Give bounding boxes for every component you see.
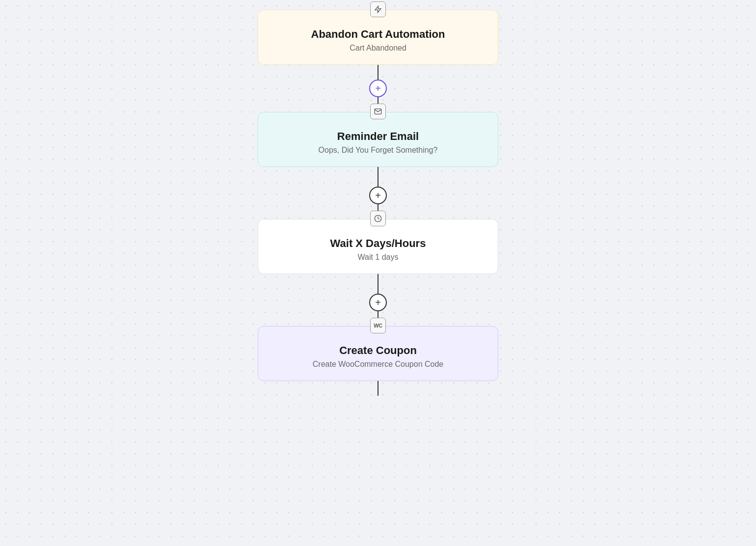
coupon-icon: WC bbox=[370, 318, 386, 333]
plus-icon-2: + bbox=[375, 191, 381, 200]
trigger-node[interactable]: Abandon Cart Automation Cart Abandoned bbox=[258, 10, 498, 65]
wait-icon bbox=[370, 211, 386, 226]
add-step-button-2[interactable]: + bbox=[369, 187, 387, 204]
add-step-button-3[interactable]: + bbox=[369, 294, 387, 311]
trigger-icon bbox=[370, 1, 386, 17]
wait-node[interactable]: Wait X Days/Hours Wait 1 days bbox=[258, 219, 498, 274]
flow-canvas: Abandon Cart Automation Cart Abandoned +… bbox=[231, 0, 525, 396]
wait-subtitle: Wait 1 days bbox=[274, 253, 482, 262]
add-step-button-1[interactable]: + bbox=[369, 80, 387, 97]
coupon-subtitle: Create WooCommerce Coupon Code bbox=[274, 360, 482, 369]
reminder-email-node[interactable]: Reminder Email Oops, Did You Forget Some… bbox=[258, 112, 498, 167]
coupon-title: Create Coupon bbox=[274, 344, 482, 357]
plus-icon-3: + bbox=[375, 298, 381, 307]
trigger-subtitle: Cart Abandoned bbox=[274, 44, 482, 53]
plus-icon-1: + bbox=[375, 83, 381, 93]
bottom-connector-line bbox=[378, 381, 378, 396]
reminder-email-title: Reminder Email bbox=[274, 130, 482, 143]
trigger-title: Abandon Cart Automation bbox=[274, 28, 482, 41]
reminder-email-subtitle: Oops, Did You Forget Something? bbox=[274, 146, 482, 155]
email-icon bbox=[370, 104, 386, 119]
create-coupon-node[interactable]: WC Create Coupon Create WooCommerce Coup… bbox=[258, 326, 498, 381]
wait-title: Wait X Days/Hours bbox=[274, 237, 482, 250]
svg-marker-0 bbox=[375, 6, 381, 12]
connector-line-3 bbox=[378, 167, 378, 187]
connector-line-1 bbox=[378, 65, 378, 80]
connector-line-5 bbox=[378, 274, 378, 294]
